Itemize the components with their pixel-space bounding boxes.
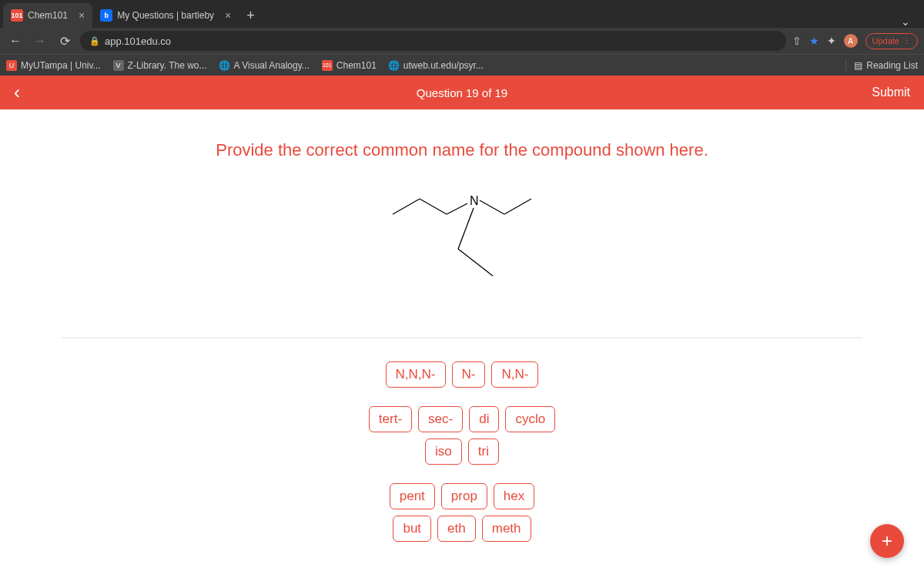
- choice-group-root: pent prop hex but eth meth: [390, 483, 535, 542]
- browser-tab-strip: 101 Chem101 × b My Questions | bartleby …: [0, 0, 924, 28]
- choice-n[interactable]: N-: [452, 361, 486, 388]
- choice-tert[interactable]: tert-: [369, 406, 412, 432]
- toolbar-right: ⇧ ★ ✦ A Update ⋮: [792, 33, 918, 49]
- update-label: Update: [872, 36, 899, 45]
- bookmark-icon: U: [6, 60, 17, 71]
- url-bar[interactable]: 🔒 app.101edu.co: [80, 31, 786, 51]
- molecule-diagram: N: [62, 183, 862, 307]
- star-icon[interactable]: ★: [809, 35, 819, 47]
- reload-button[interactable]: ⟳: [55, 34, 74, 49]
- choice-cyclo[interactable]: cyclo: [505, 406, 555, 432]
- svg-line-0: [393, 199, 420, 214]
- bookmark-myutampa[interactable]: U MyUTampa | Univ...: [6, 60, 101, 71]
- choice-prop[interactable]: prop: [441, 483, 487, 509]
- tab-close-button[interactable]: ×: [79, 9, 85, 22]
- bookmark-label: Chem101: [336, 60, 377, 71]
- svg-line-7: [458, 249, 493, 276]
- back-button[interactable]: ←: [6, 34, 25, 48]
- extensions-icon[interactable]: ✦: [827, 35, 836, 47]
- choice-hex[interactable]: hex: [494, 483, 534, 509]
- choice-tri[interactable]: tri: [468, 439, 499, 465]
- choice-di[interactable]: di: [469, 406, 499, 432]
- choice-but[interactable]: but: [393, 516, 431, 542]
- forward-button[interactable]: →: [31, 34, 49, 48]
- answer-choices: N,N,N- N- N,N- tert- sec- di cyclo iso t…: [62, 361, 862, 542]
- bookmarks-bar: U MyUTampa | Univ... V Z-Library. The wo…: [0, 54, 924, 76]
- svg-line-6: [458, 208, 474, 249]
- share-icon[interactable]: ⇧: [792, 35, 802, 47]
- browser-tab[interactable]: b My Questions | bartleby ×: [92, 3, 239, 28]
- app-back-button[interactable]: ‹: [14, 82, 20, 103]
- submit-button[interactable]: Submit: [872, 86, 910, 99]
- fab-add-button[interactable]: +: [870, 524, 904, 558]
- question-content: Provide the correct common name for the …: [0, 109, 924, 578]
- svg-line-5: [504, 199, 531, 214]
- choice-eth[interactable]: eth: [437, 516, 476, 542]
- choice-meth[interactable]: meth: [482, 516, 531, 542]
- reading-list-button[interactable]: ▤ Reading List: [845, 60, 918, 71]
- reading-list-icon: ▤: [854, 60, 862, 71]
- bookmark-label: utweb.ut.edu/psyr...: [403, 60, 484, 71]
- choice-sec[interactable]: sec-: [418, 406, 463, 432]
- choice-nn[interactable]: N,N-: [491, 361, 538, 388]
- bookmark-visual-analogy[interactable]: 🌐 A Visual Analogy...: [219, 60, 310, 71]
- bookmark-label: MyUTampa | Univ...: [21, 60, 101, 71]
- reading-list-label: Reading List: [866, 60, 918, 71]
- bookmark-chem101[interactable]: 101 Chem101: [322, 60, 377, 71]
- question-counter: Question 19 of 19: [417, 86, 507, 99]
- tab-favicon-bartleby-icon: b: [100, 9, 112, 22]
- choice-pent[interactable]: pent: [390, 483, 435, 509]
- window-chevron-down-icon[interactable]: ⌄: [890, 15, 921, 28]
- tab-title: Chem101: [28, 10, 68, 21]
- choice-group-n-prefix: N,N,N- N- N,N-: [386, 361, 539, 388]
- kebab-icon: ⋮: [902, 36, 911, 46]
- svg-line-1: [420, 199, 447, 214]
- update-button[interactable]: Update ⋮: [865, 33, 918, 49]
- choice-group-branch-prefix: tert- sec- di cyclo iso tri: [369, 406, 555, 465]
- svg-line-2: [447, 203, 467, 214]
- app-header: ‹ Question 19 of 19 Submit: [0, 76, 924, 109]
- svg-text:N: N: [470, 194, 479, 207]
- divider: [62, 338, 862, 338]
- bookmark-zlibrary[interactable]: V Z-Library. The wo...: [113, 60, 207, 71]
- tab-favicon-101-icon: 101: [11, 9, 23, 22]
- lock-icon: 🔒: [89, 36, 100, 46]
- url-text: app.101edu.co: [105, 35, 171, 47]
- bookmark-label: Z-Library. The wo...: [128, 60, 207, 71]
- bookmark-label: A Visual Analogy...: [234, 60, 310, 71]
- tab-close-button[interactable]: ×: [225, 9, 231, 22]
- svg-line-4: [480, 200, 504, 214]
- new-tab-button[interactable]: +: [239, 3, 263, 28]
- question-prompt: Provide the correct common name for the …: [62, 140, 862, 160]
- choice-nnn[interactable]: N,N,N-: [386, 361, 446, 388]
- browser-tab-active[interactable]: 101 Chem101 ×: [3, 3, 92, 28]
- globe-icon: 🌐: [219, 60, 230, 71]
- bookmark-icon: V: [113, 60, 124, 71]
- bookmark-utweb[interactable]: 🌐 utweb.ut.edu/psyr...: [389, 60, 484, 71]
- choice-iso[interactable]: iso: [425, 439, 462, 465]
- browser-toolbar: ← → ⟳ 🔒 app.101edu.co ⇧ ★ ✦ A Update ⋮: [0, 28, 924, 54]
- profile-avatar[interactable]: A: [844, 34, 858, 48]
- globe-icon: 🌐: [389, 60, 400, 71]
- tab-title: My Questions | bartleby: [117, 10, 214, 21]
- bookmark-icon: 101: [322, 60, 333, 71]
